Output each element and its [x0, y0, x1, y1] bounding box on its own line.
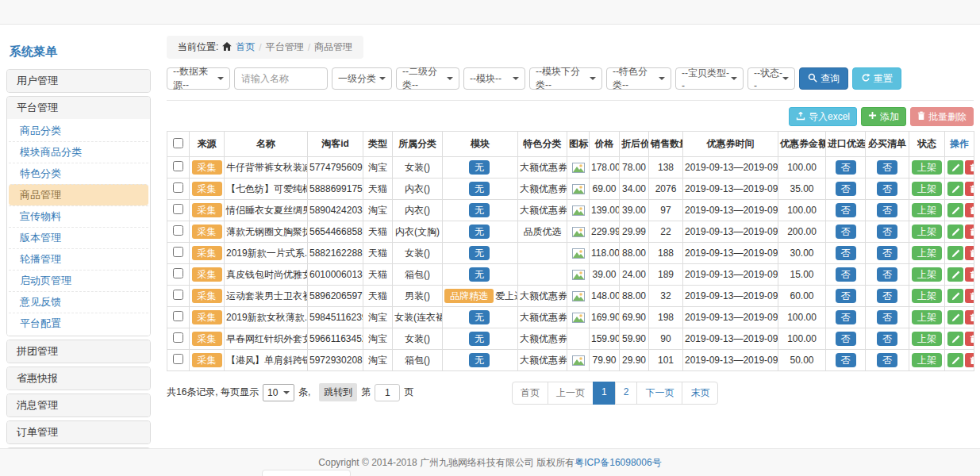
pager-page-1[interactable]: 1 [593, 382, 616, 405]
sidebar-item-platform[interactable]: 平台管理 [7, 97, 150, 119]
import-select-badge[interactable]: 否 [836, 182, 856, 196]
module-sub-category-select[interactable]: --模块下分类-- [529, 67, 602, 90]
status-badge[interactable]: 上架 [912, 332, 942, 346]
delete-button[interactable] [965, 310, 974, 324]
edit-button[interactable] [947, 267, 963, 282]
delete-button[interactable] [965, 353, 974, 367]
must-buy-badge[interactable]: 否 [877, 225, 897, 239]
delete-button[interactable] [965, 332, 974, 346]
status-select[interactable]: --状态-- [747, 67, 795, 90]
pager-first[interactable]: 首页 [512, 382, 548, 405]
row-checkbox[interactable] [173, 182, 183, 193]
sidebar-item-carousel-management[interactable]: 轮播管理 [9, 248, 148, 270]
edit-button[interactable] [947, 353, 963, 367]
sidebar-item-messages[interactable]: 消息管理 [7, 394, 150, 416]
select-all-checkbox[interactable] [173, 138, 183, 148]
status-badge[interactable]: 上架 [912, 203, 942, 217]
feature-category-select[interactable]: --特色分类-- [606, 67, 671, 90]
delete-button[interactable] [965, 289, 974, 303]
row-checkbox[interactable] [173, 247, 183, 257]
pager-prev[interactable]: 上一页 [548, 382, 594, 405]
edit-button[interactable] [947, 203, 963, 217]
pager-page-2[interactable]: 2 [615, 382, 638, 405]
status-badge[interactable]: 上架 [912, 182, 942, 196]
sidebar-item-module-goods-category[interactable]: 模块商品分类 [9, 141, 148, 163]
pager-last[interactable]: 末页 [682, 382, 718, 405]
must-buy-badge[interactable]: 否 [877, 310, 897, 324]
sidebar-item-goods-category[interactable]: 商品分类 [9, 121, 148, 141]
import-select-badge[interactable]: 否 [836, 160, 856, 175]
must-buy-badge[interactable]: 否 [877, 182, 897, 196]
must-buy-badge[interactable]: 否 [877, 203, 897, 217]
edit-button[interactable] [947, 246, 963, 260]
must-buy-badge[interactable]: 否 [877, 160, 897, 175]
row-checkbox[interactable] [173, 225, 183, 236]
import-excel-button[interactable]: 导入excel [789, 107, 857, 126]
edit-button[interactable] [947, 225, 963, 239]
sidebar-item-feature-category[interactable]: 特色分类 [9, 163, 148, 184]
delete-button[interactable] [965, 203, 974, 217]
level1-category-select[interactable]: 一级分类 [332, 67, 392, 90]
status-badge[interactable]: 上架 [912, 310, 942, 324]
delete-button[interactable] [965, 182, 974, 196]
status-badge[interactable]: 上架 [912, 246, 942, 260]
row-checkbox[interactable] [173, 290, 183, 300]
status-badge[interactable]: 上架 [912, 289, 942, 303]
status-badge[interactable]: 上架 [912, 267, 942, 282]
sidebar-item-news[interactable]: 省惠快报 [7, 367, 150, 390]
row-checkbox[interactable] [173, 332, 183, 343]
must-buy-badge[interactable]: 否 [877, 353, 897, 367]
import-select-badge[interactable]: 否 [836, 310, 856, 324]
import-select-badge[interactable]: 否 [836, 332, 856, 346]
import-select-badge[interactable]: 否 [836, 246, 856, 260]
add-button[interactable]: 添加 [861, 107, 906, 126]
level2-category-select[interactable]: --二级分类-- [396, 67, 459, 90]
delete-button[interactable] [965, 267, 974, 282]
name-search-input[interactable] [234, 67, 328, 90]
must-buy-badge[interactable]: 否 [877, 289, 897, 303]
delete-button[interactable] [965, 160, 974, 175]
module-select[interactable]: --模块-- [463, 67, 525, 90]
edit-button[interactable] [947, 332, 963, 346]
edit-button[interactable] [947, 310, 963, 324]
batch-delete-button[interactable]: 批量删除 [910, 107, 974, 126]
breadcrumb-home-link[interactable]: 首页 [236, 40, 255, 54]
sidebar-item-goods-management[interactable]: 商品管理 [9, 184, 148, 205]
jump-page-input[interactable] [375, 384, 400, 401]
sidebar-item-orders[interactable]: 订单管理 [7, 421, 150, 443]
sidebar-item-groupbuy[interactable]: 拼团管理 [7, 340, 150, 363]
edit-button[interactable] [947, 182, 963, 196]
page-size-select[interactable]: 10 [263, 384, 294, 401]
delete-button[interactable] [965, 246, 974, 260]
item-type-select[interactable]: --宝贝类型-- [675, 67, 744, 90]
icp-link[interactable]: 粤ICP备16098006号 [575, 456, 661, 470]
search-button[interactable]: 查询 [799, 67, 848, 90]
edit-button[interactable] [947, 289, 963, 303]
status-badge[interactable]: 上架 [912, 353, 942, 367]
sidebar-item-version-management[interactable]: 版本管理 [9, 227, 148, 248]
row-checkbox[interactable] [173, 354, 183, 364]
status-badge[interactable]: 上架 [912, 225, 942, 239]
source-filter-select[interactable]: --数据来源-- [167, 67, 230, 90]
row-checkbox[interactable] [173, 311, 183, 321]
edit-button[interactable] [947, 160, 963, 175]
must-buy-badge[interactable]: 否 [877, 332, 897, 346]
row-checkbox[interactable] [173, 204, 183, 214]
sidebar-item-feedback[interactable]: 意见反馈 [9, 291, 148, 313]
import-select-badge[interactable]: 否 [836, 353, 856, 367]
must-buy-badge[interactable]: 否 [877, 246, 897, 260]
import-select-badge[interactable]: 否 [836, 289, 856, 303]
sidebar-item-splash-management[interactable]: 启动页管理 [9, 270, 148, 291]
row-checkbox[interactable] [173, 161, 183, 171]
row-checkbox[interactable] [173, 268, 183, 278]
status-badge[interactable]: 上架 [912, 160, 942, 175]
reset-button[interactable]: 重置 [852, 67, 901, 90]
pager-next[interactable]: 下一页 [636, 382, 682, 405]
sidebar-item-users[interactable]: 用户管理 [7, 70, 150, 92]
sidebar-item-promo-material[interactable]: 宣传物料 [9, 205, 148, 227]
must-buy-badge[interactable]: 否 [877, 267, 897, 282]
import-select-badge[interactable]: 否 [836, 203, 856, 217]
sidebar-item-platform-config[interactable]: 平台配置 [9, 313, 148, 334]
import-select-badge[interactable]: 否 [836, 225, 856, 239]
delete-button[interactable] [965, 225, 974, 239]
